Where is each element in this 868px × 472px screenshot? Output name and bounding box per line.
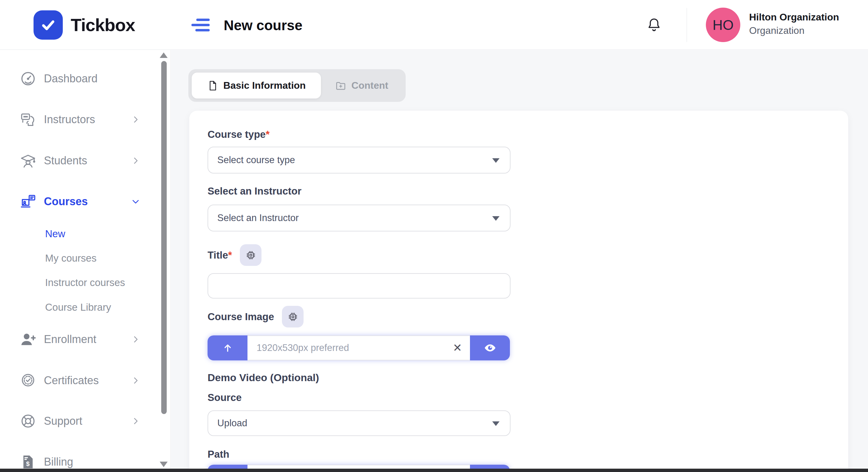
menu-button[interactable] (191, 19, 210, 31)
select-value: Upload (217, 418, 247, 429)
label-text: Title (208, 249, 228, 261)
course-image-label: Course Image (208, 311, 274, 323)
brand: Tickbox (33, 0, 135, 50)
tab-content[interactable]: Content (321, 72, 402, 98)
chevron-right-icon (131, 376, 140, 385)
chevron-right-icon (131, 115, 140, 124)
main-content: Basic Information Content Course type* S… (171, 50, 868, 472)
sidebar-item-label: Support (44, 415, 82, 427)
avatar-initials: HO (713, 17, 734, 33)
ai-generate-title-button[interactable] (240, 244, 261, 266)
ai-generate-image-button[interactable] (282, 306, 304, 327)
chevron-down-icon (131, 197, 140, 206)
course-type-label: Course type* (208, 128, 830, 141)
tab-label: Content (351, 80, 388, 91)
cpu-chip-icon (287, 311, 299, 323)
sidebar-subitem-new[interactable]: New (45, 225, 65, 243)
source-label: Source (208, 391, 830, 404)
courses-icon (20, 193, 37, 210)
menu-bar (195, 29, 210, 31)
sidebar-subitem-instructor-courses[interactable]: Instructor courses (45, 273, 125, 292)
sidebar-item-label: Enrollment (44, 333, 96, 346)
user-avatar[interactable]: HO (706, 8, 740, 42)
eye-icon (484, 341, 497, 355)
course-image-upload: ✕ (208, 335, 510, 360)
sidebar-item-label: Certificates (44, 374, 99, 387)
path-label: Path (208, 448, 830, 461)
sidebar-item-label: Billing (44, 455, 73, 468)
menu-bar (196, 19, 210, 21)
chevron-right-icon (131, 416, 140, 426)
app-root: Tickbox New course HO Hilton Organizatio… (0, 0, 868, 472)
sidebar-scrollbar[interactable] (163, 50, 168, 472)
tab-label: Basic Information (223, 80, 306, 91)
menu-bar (191, 24, 210, 26)
title-label-row: Title* (208, 244, 830, 266)
sidebar-item-billing[interactable]: $ Billing (0, 447, 171, 472)
course-image-input[interactable] (247, 336, 451, 360)
sidebar-item-students[interactable]: Students (0, 145, 171, 176)
sidebar-item-label: Instructors (44, 113, 95, 126)
sidebar-item-label: Courses (44, 195, 88, 208)
brand-logo (33, 10, 63, 40)
tab-basic-information[interactable]: Basic Information (192, 72, 321, 98)
upload-filename-field: ✕ (247, 335, 470, 360)
required-mark: * (266, 129, 270, 140)
chevron-right-icon (131, 156, 140, 165)
scroll-up-arrow-icon[interactable] (160, 53, 167, 58)
tab-bar: Basic Information Content (188, 69, 406, 102)
org-type: Organization (749, 24, 839, 37)
folder-plus-icon (335, 80, 346, 91)
form-card: Course type* Select course type Select a… (189, 111, 848, 472)
gauge-icon (20, 70, 37, 87)
source-select[interactable]: Upload (208, 410, 510, 436)
sidebar-item-certificates[interactable]: Certificates (0, 365, 171, 396)
document-icon (207, 80, 219, 91)
bottom-edge (0, 469, 868, 472)
sidebar-subitem-label: Instructor courses (45, 277, 125, 289)
notification-bell-icon[interactable] (646, 16, 662, 34)
lifebuoy-icon (20, 413, 37, 430)
preview-button[interactable] (470, 335, 510, 360)
brand-name: Tickbox (71, 14, 135, 35)
chevron-right-icon (131, 335, 140, 344)
instructor-label: Select an Instructor (208, 185, 830, 197)
sidebar-subitem-course-library[interactable]: Course Library (45, 298, 111, 317)
select-value: Select an Instructor (217, 212, 299, 224)
caret-down-icon (492, 158, 499, 163)
course-type-select[interactable]: Select course type (208, 147, 510, 174)
clear-button[interactable]: ✕ (451, 343, 470, 353)
sidebar-subitem-label: My courses (45, 253, 97, 264)
label-text: Course type (208, 129, 266, 140)
required-mark: * (228, 249, 232, 261)
scroll-down-arrow-icon[interactable] (160, 462, 167, 467)
sidebar-item-courses[interactable]: Courses (0, 186, 171, 217)
sidebar-item-label: Students (44, 154, 87, 167)
header-divider (687, 8, 687, 42)
scrollbar-thumb[interactable] (161, 61, 167, 414)
upload-button[interactable] (208, 335, 247, 360)
title-input[interactable] (208, 273, 510, 298)
arrow-up-icon (222, 342, 234, 354)
caret-down-icon (492, 216, 499, 221)
demo-video-heading: Demo Video (Optional) (208, 372, 830, 384)
caret-down-icon (492, 421, 499, 426)
sidebar-item-enrollment[interactable]: Enrollment (0, 324, 171, 355)
cpu-chip-icon (245, 249, 257, 261)
svg-text:$: $ (26, 460, 30, 467)
instructor-select[interactable]: Select an Instructor (208, 205, 510, 231)
sidebar-item-dashboard[interactable]: Dashboard (0, 63, 171, 94)
sidebar-item-instructors[interactable]: Instructors (0, 104, 171, 135)
sidebar: Dashboard Instructors (0, 50, 171, 472)
certificate-icon (20, 372, 37, 389)
org-name: Hilton Organization (749, 11, 839, 24)
sidebar-subitem-label: New (45, 228, 65, 240)
person-add-icon (20, 331, 37, 348)
sidebar-subitem-label: Course Library (45, 301, 111, 313)
org-info[interactable]: Hilton Organization Organization (749, 11, 839, 37)
page-title: New course (224, 17, 302, 33)
sidebar-item-support[interactable]: Support (0, 406, 171, 436)
sidebar-subitem-my-courses[interactable]: My courses (45, 249, 97, 267)
invoice-icon: $ (20, 453, 37, 470)
check-icon (38, 15, 58, 35)
